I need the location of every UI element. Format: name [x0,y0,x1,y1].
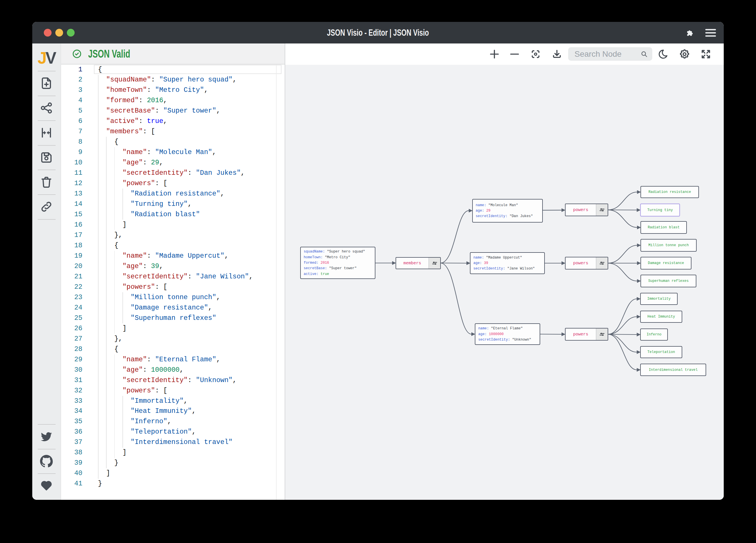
svg-text:powers: powers [573,208,588,212]
svg-text:Inferno: Inferno [647,332,661,336]
svg-text:homeTown: "Metro City": homeTown: "Metro City" [304,256,350,260]
svg-text:secretIdentity: "Unknown": secretIdentity: "Unknown" [478,338,531,342]
svg-text:name: "Eternal Flame": name: "Eternal Flame" [478,326,523,330]
svg-text:Radiation blast: Radiation blast [648,226,680,230]
svg-text:secretIdentity: "Jane Wilson": secretIdentity: "Jane Wilson" [473,267,535,271]
svg-text:Damage resistance: Damage resistance [648,261,684,265]
svg-text:powers: powers [573,261,588,266]
svg-text:Interdimensional travel: Interdimensional travel [649,368,698,372]
svg-text:Immortality: Immortality [647,297,670,301]
svg-text:Radiation resistance: Radiation resistance [649,190,691,194]
svg-text:Turning tiny: Turning tiny [647,208,673,212]
svg-text:name: "Madame Uppercut": name: "Madame Uppercut" [473,256,522,260]
svg-text:powers: powers [573,332,588,336]
svg-text:age: 39: age: 39 [473,261,488,265]
svg-text:secretBase: "Super tower": secretBase: "Super tower" [304,266,357,271]
svg-text:members: members [403,261,421,266]
svg-text:Superhuman reflexes: Superhuman reflexes [648,279,689,283]
svg-text:secretIdentity: "Dan Jukes": secretIdentity: "Dan Jukes" [476,214,533,218]
svg-text:formed: 2016: formed: 2016 [304,261,329,265]
svg-text:Teleportation: Teleportation [647,350,675,354]
svg-text:Million tonne punch: Million tonne punch [648,243,689,247]
svg-text:Heat Immunity: Heat Immunity [647,315,675,319]
svg-text:age: 1000000: age: 1000000 [478,332,504,336]
svg-text:name: "Molecule Man": name: "Molecule Man" [476,203,518,207]
svg-text:active: true: active: true [304,272,329,276]
svg-text:age: 29: age: 29 [476,209,490,213]
svg-text:squadName: "Super hero squad": squadName: "Super hero squad" [304,250,365,254]
